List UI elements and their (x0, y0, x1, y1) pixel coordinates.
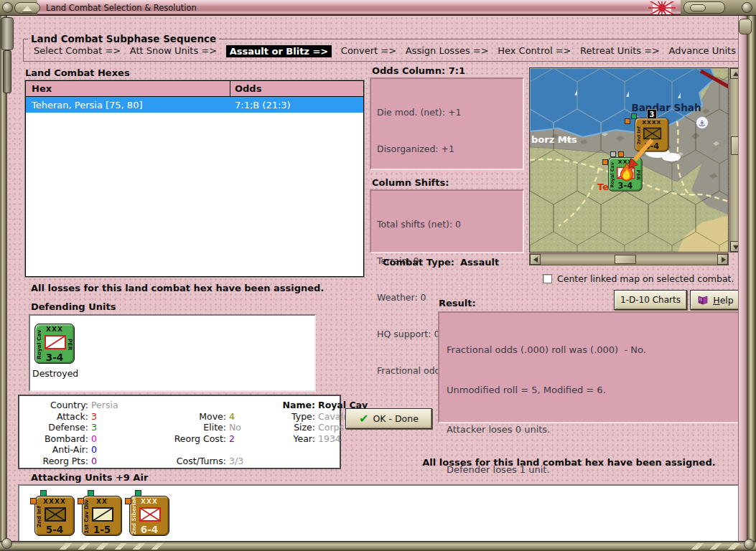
window-menu-button[interactable] (14, 2, 40, 14)
scroll-left-button[interactable] (530, 254, 541, 265)
cavalry-symbol-icon (92, 507, 113, 522)
attacking-unit-2nd-siberian[interactable]: XXX 2nd Siberian 6-4 (129, 496, 169, 536)
unit-strength: 5-4 (35, 524, 74, 535)
map[interactable]: ⚓ borz Mts Bandar Shah Teh XXXX 2nd Inf … (529, 67, 729, 253)
combat-type-label: Combat Type: (383, 257, 454, 268)
triangle-icon (22, 6, 32, 11)
unit-details-grid: Country: Persia Name: Royal Cav Attack: … (22, 400, 368, 466)
window-control-inner (690, 4, 706, 11)
map-label-mountains: borz Mts (531, 134, 577, 145)
result-title: Result: (439, 298, 476, 309)
status-dot-orange (30, 498, 37, 504)
reorg-pts-label: Reorg Pts: (22, 456, 91, 467)
status-dot-green (135, 490, 141, 496)
window-frame-bevel (738, 16, 747, 541)
combat-hexes-table[interactable]: Hex Odds Teheran, Persia [75, 80] 7:1;B … (25, 80, 364, 277)
help-book-icon (697, 295, 709, 305)
move-value: 4 (229, 411, 274, 423)
combat-hexes-title: Land Combat Hexes (25, 67, 130, 78)
phase-retreat-units[interactable]: Retreat Units => (580, 45, 660, 57)
frame-ornament (1, 17, 14, 50)
attacking-units-title: Attacking Units +9 Air (31, 472, 148, 483)
table-header: Hex Odds (26, 81, 363, 97)
frame-ornament (739, 19, 752, 34)
odds-line: Die mod. (net): +1 (377, 106, 517, 118)
phase-att-snow-units[interactable]: Att Snow Units => (130, 45, 217, 57)
reorg-cost-value: 2 (229, 433, 274, 445)
center-map-row: Center linked map on selected combat. (543, 273, 734, 284)
reorg-cost-label: Reorg Cost: (149, 433, 229, 445)
ok-button-label: OK - Done (373, 413, 419, 424)
combat-type-value: Assault (460, 257, 499, 268)
title-bar[interactable]: Land Combat Selection & Resolution (0, 0, 756, 16)
phase-select-combat[interactable]: Select Combat => (34, 45, 121, 57)
odds-column-panel: Die mod. (net): +1 Disorganized: +1 (370, 77, 524, 170)
status-dot-gray (610, 151, 616, 157)
phase-convert[interactable]: Convert => (341, 45, 396, 57)
status-dot-orange (618, 151, 624, 157)
center-map-label: Center linked map on selected combat. (557, 273, 734, 284)
move-label: Move: (149, 411, 229, 423)
attacking-unit-2nd-inf[interactable]: XXXX 2nd Inf 5-4 (34, 496, 75, 536)
ok-done-button[interactable]: ✔ OK - Done (345, 408, 432, 429)
phase-advance-units[interactable]: Advance Units (669, 45, 736, 57)
screw-icon (1, 538, 12, 549)
attacking-unit-1st-cav-div[interactable]: XX 1st Cav Div 1-5 (82, 496, 122, 536)
anti-air-label: Anti-Air: (22, 444, 91, 456)
result-line: Attacker loses 0 units. (447, 423, 731, 437)
check-icon: ✔ (359, 414, 368, 424)
map-horizontal-scrollbar[interactable] (529, 253, 729, 265)
window-control-button[interactable] (683, 1, 725, 14)
column-header-odds: Odds (230, 83, 363, 94)
attack-value: 3 (91, 411, 149, 423)
help-button[interactable]: Help (690, 290, 741, 310)
table-row[interactable]: Teheran, Persia [75, 80] 7:1;B (21:3) (26, 97, 363, 113)
type-label: Type: (274, 411, 318, 423)
column-shifts-title: Column Shifts: (372, 177, 449, 188)
dialog-surface: Land Combat Subphase Sequence Select Com… (7, 16, 747, 541)
defending-unit-royal-cav[interactable]: XXX Royal Cav PER 3-4 (34, 324, 75, 364)
phase-hex-control[interactable]: Hex Control => (498, 45, 571, 57)
status-dot-green (88, 490, 94, 496)
status-dot-green (40, 490, 47, 496)
help-button-label: Help (713, 295, 734, 306)
window-title: Land Combat Selection & Resolution (46, 3, 197, 13)
charts-button[interactable]: 1-D-10 Charts (614, 290, 687, 310)
right-arrow-icon (722, 257, 726, 263)
phase-assault-or-blitz[interactable]: Assault or Blitz => (226, 45, 332, 57)
losses-assigned-message: All losses for this land combat hex have… (31, 283, 324, 293)
defense-value: 3 (91, 422, 149, 433)
defense-label: Defense: (22, 422, 91, 433)
sequence-steps: Select Combat => Att Snow Units => Assau… (24, 44, 743, 57)
losses-assigned-message-right: All losses for this land combat hex have… (395, 457, 743, 468)
frame-stripes (686, 543, 739, 550)
reorg-pts-value: 0 (91, 456, 149, 467)
map-label-city: Bandar Shah (631, 102, 701, 113)
country-label: Country: (22, 400, 91, 411)
screw-icon (744, 539, 755, 550)
center-map-checkbox[interactable] (543, 274, 552, 283)
unit-strength: 1-5 (83, 524, 121, 535)
country-value: Persia (91, 400, 149, 411)
cost-turns-value: 3/3 (229, 456, 274, 467)
left-arrow-icon (533, 257, 538, 263)
scroll-right-button[interactable] (717, 254, 728, 265)
unit-details-panel: Country: Persia Name: Royal Cav Attack: … (18, 395, 341, 469)
window-frame-left (0, 16, 7, 541)
phase-assign-losses[interactable]: Assign Losses => (406, 45, 489, 57)
status-dot-orange (625, 118, 630, 124)
odds-column-title: Odds Column: 7:1 (372, 65, 465, 76)
map-viewport: ⚓ borz Mts Bandar Shah Teh XXXX 2nd Inf … (529, 67, 742, 265)
infantry-symbol-icon (45, 507, 66, 522)
window-frame-right (747, 16, 756, 541)
elite-label: Elite: (149, 422, 229, 433)
elite-value: No (229, 422, 274, 433)
combat-type-row: Combat Type:Assault (383, 257, 505, 268)
cavalry-symbol-icon (45, 335, 66, 349)
defending-units-title: Defending Units (31, 301, 116, 312)
year-value: 1934 (318, 433, 368, 445)
horizontal-scroll-thumb[interactable] (615, 255, 636, 264)
shift-line: Total shifts (net): 0 (377, 218, 517, 230)
infantry-symbol-icon (139, 507, 161, 522)
status-dot-orange (125, 498, 131, 504)
